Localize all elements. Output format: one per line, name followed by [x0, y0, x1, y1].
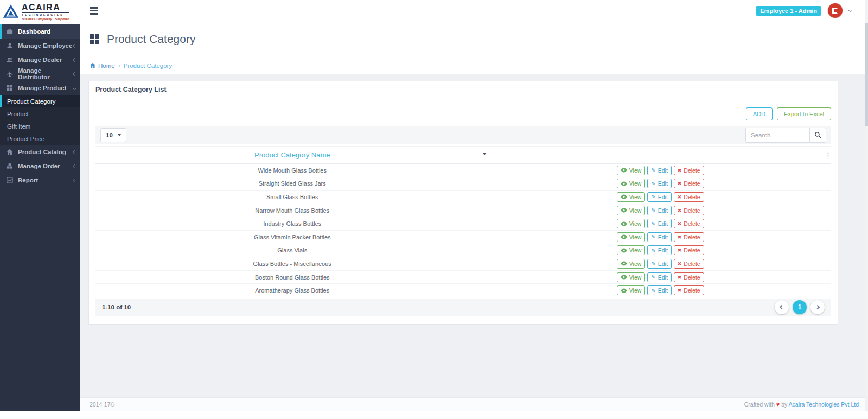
chevron-down-icon[interactable] — [848, 9, 852, 12]
sidebar-item-label: Manage Dealer — [18, 56, 73, 63]
user-role-badge[interactable]: Employee 1 - Admin — [756, 6, 821, 16]
sidebar-item-dashboard[interactable]: Dashboard — [0, 24, 80, 39]
delete-button[interactable]: ✖ Delete — [674, 179, 704, 188]
search-button[interactable] — [809, 128, 826, 143]
pencil-icon: ✎ — [651, 274, 655, 280]
add-button[interactable]: ADD — [746, 107, 773, 120]
edit-button[interactable]: ✎ Edit — [647, 179, 671, 188]
avatar-logo-icon — [832, 8, 838, 14]
page-size-select[interactable]: 10 — [100, 128, 126, 142]
page-header: Product Category — [80, 22, 868, 56]
view-button[interactable]: View — [617, 219, 646, 228]
sidebar-item-manage-order[interactable]: Manage Order — [0, 159, 80, 173]
avatar[interactable] — [828, 3, 843, 18]
users-icon — [7, 56, 14, 63]
view-button[interactable]: View — [617, 259, 646, 269]
pencil-icon: ✎ — [651, 247, 655, 253]
copyright-text: 2014-17© — [90, 401, 114, 408]
table-row: Boston Round Glass Bottles View ✎ Edit ✖… — [95, 271, 831, 284]
sidebar-item-label: Dashboard — [18, 28, 76, 35]
view-button[interactable]: View — [617, 166, 646, 175]
export-to-excel-button[interactable]: Export to Excel — [777, 107, 831, 120]
edit-button[interactable]: ✎ Edit — [647, 272, 671, 282]
sidebar-item-manage-dealer[interactable]: Manage Dealer — [0, 53, 80, 67]
topbar: Employee 1 - Admin — [80, 0, 868, 22]
delete-button[interactable]: ✖ Delete — [674, 206, 704, 215]
sidebar: ACAIRA TECHNOLOGIES Business Complexity.… — [0, 0, 80, 411]
edit-button[interactable]: ✎ Edit — [647, 219, 671, 228]
pagination-next-button[interactable] — [810, 300, 825, 314]
chevron-icon — [73, 150, 76, 154]
table-header: Product Category Name — [95, 146, 831, 164]
pencil-icon: ✎ — [651, 207, 655, 213]
sidebar-item-product[interactable]: Product — [0, 107, 80, 120]
edit-button[interactable]: ✎ Edit — [647, 259, 671, 269]
x-icon: ✖ — [678, 168, 682, 173]
breadcrumb-home-link[interactable]: Home — [90, 62, 115, 69]
breadcrumb-current[interactable]: Product Category — [124, 62, 173, 69]
panel-body: ADD Export to Excel 10 Product Category … — [89, 98, 838, 316]
logo[interactable]: ACAIRA TECHNOLOGIES Business Complexity.… — [0, 0, 80, 24]
category-cell: Glass Vials — [95, 247, 489, 253]
eye-icon — [621, 194, 627, 199]
sidebar-item-label: Manage Order — [18, 163, 73, 169]
eye-icon — [621, 168, 627, 173]
x-icon: ✖ — [678, 261, 682, 266]
company-link[interactable]: Acaira Technologies Pvt Ltd — [789, 401, 859, 408]
delete-button[interactable]: ✖ Delete — [674, 272, 704, 282]
view-button[interactable]: View — [617, 272, 646, 282]
edit-button[interactable]: ✎ Edit — [647, 206, 671, 215]
eye-icon — [621, 208, 627, 213]
delete-button[interactable]: ✖ Delete — [674, 245, 704, 255]
hamburger-menu-icon[interactable] — [90, 7, 98, 16]
sidebar-item-gift-item[interactable]: Gift Item — [0, 120, 80, 132]
category-cell: Aromatherapy Glass Bottles — [95, 287, 489, 294]
view-button[interactable]: View — [617, 192, 646, 202]
delete-button[interactable]: ✖ Delete — [674, 232, 704, 242]
x-icon: ✖ — [678, 194, 682, 200]
pagination-page-1[interactable]: 1 — [793, 300, 807, 314]
delete-button[interactable]: ✖ Delete — [674, 259, 704, 269]
search-input[interactable] — [745, 128, 809, 143]
view-button[interactable]: View — [617, 245, 646, 255]
view-button[interactable]: View — [617, 232, 646, 242]
table-body: Wide Mouth Glass Bottles View ✎ Edit ✖ D… — [95, 164, 831, 297]
view-button[interactable]: View — [617, 285, 646, 295]
product-category-panel: Product Category List ADD Export to Exce… — [88, 81, 838, 325]
delete-button[interactable]: ✖ Delete — [674, 166, 704, 175]
delete-button[interactable]: ✖ Delete — [674, 285, 704, 295]
edit-button[interactable]: ✎ Edit — [647, 285, 671, 295]
pagination-prev-button[interactable] — [775, 300, 789, 314]
view-button[interactable]: View — [617, 206, 646, 215]
edit-button[interactable]: ✎ Edit — [647, 192, 671, 202]
sidebar-item-product-catalog[interactable]: Product Catalog — [0, 145, 80, 159]
sidebar-item-product-category[interactable]: Product Category — [0, 95, 80, 107]
delete-button[interactable]: ✖ Delete — [674, 219, 704, 228]
sidebar-item-label: Manage Product — [18, 85, 73, 91]
eye-icon — [621, 261, 627, 266]
table-row: Small Glass Bottles View ✎ Edit ✖ Delete — [95, 191, 831, 204]
view-button[interactable]: View — [617, 179, 646, 188]
column-header-product-category-name[interactable]: Product Category Name — [95, 151, 489, 159]
edit-button[interactable]: ✎ Edit — [647, 166, 671, 175]
delete-button[interactable]: ✖ Delete — [674, 192, 704, 202]
pencil-icon: ✎ — [651, 288, 655, 294]
edit-button[interactable]: ✎ Edit — [647, 232, 671, 242]
scrollbar-thumb[interactable] — [865, 23, 868, 126]
table-footer: 1-10 of 10 1 — [95, 299, 831, 316]
vertical-scrollbar[interactable] — [865, 0, 868, 411]
sidebar-item-manage-employee[interactable]: Manage Employee — [0, 39, 80, 53]
sidebar-item-label: Gift Item — [7, 123, 76, 130]
category-cell: Narrow Mouth Glass Bottles — [95, 207, 489, 214]
column-header-actions[interactable] — [489, 147, 831, 163]
chevron-icon — [73, 178, 76, 182]
actions-cell: View ✎ Edit ✖ Delete — [489, 204, 831, 217]
edit-button[interactable]: ✎ Edit — [647, 245, 671, 255]
sidebar-item-manage-distributor[interactable]: Manage Distributor — [0, 67, 80, 81]
user-icon — [7, 42, 14, 49]
sidebar-item-manage-product[interactable]: Manage Product — [0, 81, 80, 95]
eye-icon — [621, 234, 627, 239]
sidebar-item-report[interactable]: Report — [0, 173, 80, 187]
sidebar-item-label: Manage Employee — [18, 42, 73, 49]
sidebar-item-product-price[interactable]: Product Price — [0, 132, 80, 145]
